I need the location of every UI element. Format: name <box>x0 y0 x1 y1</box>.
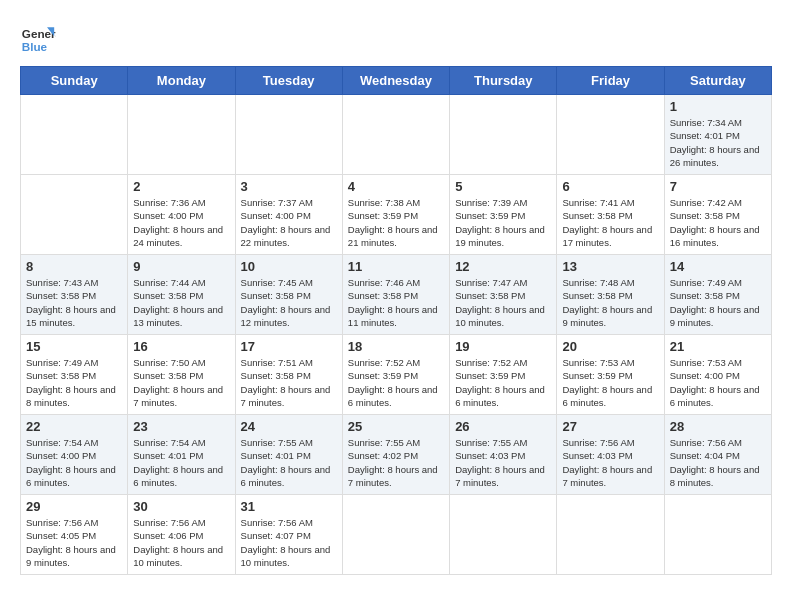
header-friday: Friday <box>557 67 664 95</box>
day-number: 25 <box>348 419 444 434</box>
day-info: Sunrise: 7:49 AMSunset: 3:58 PMDaylight:… <box>670 277 760 328</box>
day-cell-30: 30Sunrise: 7:56 AMSunset: 4:06 PMDayligh… <box>128 495 235 575</box>
day-number: 19 <box>455 339 551 354</box>
day-number: 7 <box>670 179 766 194</box>
day-cell-1: 1Sunrise: 7:34 AMSunset: 4:01 PMDaylight… <box>664 95 771 175</box>
header-monday: Monday <box>128 67 235 95</box>
day-info: Sunrise: 7:47 AMSunset: 3:58 PMDaylight:… <box>455 277 545 328</box>
day-number: 1 <box>670 99 766 114</box>
day-info: Sunrise: 7:41 AMSunset: 3:58 PMDaylight:… <box>562 197 652 248</box>
day-cell-6: 6Sunrise: 7:41 AMSunset: 3:58 PMDaylight… <box>557 175 664 255</box>
day-cell-22: 22Sunrise: 7:54 AMSunset: 4:00 PMDayligh… <box>21 415 128 495</box>
day-info: Sunrise: 7:42 AMSunset: 3:58 PMDaylight:… <box>670 197 760 248</box>
day-info: Sunrise: 7:55 AMSunset: 4:01 PMDaylight:… <box>241 437 331 488</box>
day-number: 5 <box>455 179 551 194</box>
day-info: Sunrise: 7:48 AMSunset: 3:58 PMDaylight:… <box>562 277 652 328</box>
day-cell-21: 21Sunrise: 7:53 AMSunset: 4:00 PMDayligh… <box>664 335 771 415</box>
day-number: 23 <box>133 419 229 434</box>
week-row-5: 22Sunrise: 7:54 AMSunset: 4:00 PMDayligh… <box>21 415 772 495</box>
header-sunday: Sunday <box>21 67 128 95</box>
empty-cell <box>664 495 771 575</box>
day-cell-9: 9Sunrise: 7:44 AMSunset: 3:58 PMDaylight… <box>128 255 235 335</box>
day-cell-14: 14Sunrise: 7:49 AMSunset: 3:58 PMDayligh… <box>664 255 771 335</box>
header-saturday: Saturday <box>664 67 771 95</box>
empty-cell <box>557 495 664 575</box>
page-header: General Blue <box>20 20 772 56</box>
empty-cell <box>342 95 449 175</box>
day-info: Sunrise: 7:49 AMSunset: 3:58 PMDaylight:… <box>26 357 116 408</box>
empty-cell <box>21 95 128 175</box>
day-number: 17 <box>241 339 337 354</box>
day-info: Sunrise: 7:38 AMSunset: 3:59 PMDaylight:… <box>348 197 438 248</box>
day-number: 3 <box>241 179 337 194</box>
empty-cell <box>128 95 235 175</box>
day-info: Sunrise: 7:53 AMSunset: 4:00 PMDaylight:… <box>670 357 760 408</box>
day-cell-8: 8Sunrise: 7:43 AMSunset: 3:58 PMDaylight… <box>21 255 128 335</box>
day-number: 6 <box>562 179 658 194</box>
day-cell-7: 7Sunrise: 7:42 AMSunset: 3:58 PMDaylight… <box>664 175 771 255</box>
day-cell-16: 16Sunrise: 7:50 AMSunset: 3:58 PMDayligh… <box>128 335 235 415</box>
header-wednesday: Wednesday <box>342 67 449 95</box>
day-info: Sunrise: 7:44 AMSunset: 3:58 PMDaylight:… <box>133 277 223 328</box>
day-cell-25: 25Sunrise: 7:55 AMSunset: 4:02 PMDayligh… <box>342 415 449 495</box>
day-info: Sunrise: 7:54 AMSunset: 4:01 PMDaylight:… <box>133 437 223 488</box>
day-number: 22 <box>26 419 122 434</box>
calendar-table: SundayMondayTuesdayWednesdayThursdayFrid… <box>20 66 772 575</box>
day-info: Sunrise: 7:45 AMSunset: 3:58 PMDaylight:… <box>241 277 331 328</box>
day-info: Sunrise: 7:37 AMSunset: 4:00 PMDaylight:… <box>241 197 331 248</box>
day-cell-2: 2Sunrise: 7:36 AMSunset: 4:00 PMDaylight… <box>128 175 235 255</box>
logo-icon: General Blue <box>20 20 56 56</box>
day-cell-19: 19Sunrise: 7:52 AMSunset: 3:59 PMDayligh… <box>450 335 557 415</box>
logo: General Blue <box>20 20 56 56</box>
day-cell-4: 4Sunrise: 7:38 AMSunset: 3:59 PMDaylight… <box>342 175 449 255</box>
day-number: 30 <box>133 499 229 514</box>
day-cell-27: 27Sunrise: 7:56 AMSunset: 4:03 PMDayligh… <box>557 415 664 495</box>
header-tuesday: Tuesday <box>235 67 342 95</box>
day-info: Sunrise: 7:56 AMSunset: 4:06 PMDaylight:… <box>133 517 223 568</box>
empty-cell <box>450 95 557 175</box>
header-thursday: Thursday <box>450 67 557 95</box>
day-info: Sunrise: 7:56 AMSunset: 4:05 PMDaylight:… <box>26 517 116 568</box>
day-cell-3: 3Sunrise: 7:37 AMSunset: 4:00 PMDaylight… <box>235 175 342 255</box>
day-cell-11: 11Sunrise: 7:46 AMSunset: 3:58 PMDayligh… <box>342 255 449 335</box>
day-number: 12 <box>455 259 551 274</box>
day-cell-17: 17Sunrise: 7:51 AMSunset: 3:58 PMDayligh… <box>235 335 342 415</box>
day-info: Sunrise: 7:55 AMSunset: 4:02 PMDaylight:… <box>348 437 438 488</box>
day-number: 2 <box>133 179 229 194</box>
day-cell-31: 31Sunrise: 7:56 AMSunset: 4:07 PMDayligh… <box>235 495 342 575</box>
day-cell-18: 18Sunrise: 7:52 AMSunset: 3:59 PMDayligh… <box>342 335 449 415</box>
day-number: 4 <box>348 179 444 194</box>
day-info: Sunrise: 7:34 AMSunset: 4:01 PMDaylight:… <box>670 117 760 168</box>
day-info: Sunrise: 7:53 AMSunset: 3:59 PMDaylight:… <box>562 357 652 408</box>
empty-cell <box>21 175 128 255</box>
day-cell-20: 20Sunrise: 7:53 AMSunset: 3:59 PMDayligh… <box>557 335 664 415</box>
day-cell-13: 13Sunrise: 7:48 AMSunset: 3:58 PMDayligh… <box>557 255 664 335</box>
day-number: 11 <box>348 259 444 274</box>
day-info: Sunrise: 7:46 AMSunset: 3:58 PMDaylight:… <box>348 277 438 328</box>
day-number: 20 <box>562 339 658 354</box>
day-info: Sunrise: 7:55 AMSunset: 4:03 PMDaylight:… <box>455 437 545 488</box>
day-info: Sunrise: 7:51 AMSunset: 3:58 PMDaylight:… <box>241 357 331 408</box>
day-info: Sunrise: 7:36 AMSunset: 4:00 PMDaylight:… <box>133 197 223 248</box>
day-info: Sunrise: 7:39 AMSunset: 3:59 PMDaylight:… <box>455 197 545 248</box>
day-info: Sunrise: 7:52 AMSunset: 3:59 PMDaylight:… <box>455 357 545 408</box>
day-number: 13 <box>562 259 658 274</box>
day-cell-26: 26Sunrise: 7:55 AMSunset: 4:03 PMDayligh… <box>450 415 557 495</box>
svg-text:Blue: Blue <box>22 40 48 53</box>
day-number: 14 <box>670 259 766 274</box>
day-number: 29 <box>26 499 122 514</box>
day-cell-29: 29Sunrise: 7:56 AMSunset: 4:05 PMDayligh… <box>21 495 128 575</box>
day-cell-5: 5Sunrise: 7:39 AMSunset: 3:59 PMDaylight… <box>450 175 557 255</box>
day-cell-23: 23Sunrise: 7:54 AMSunset: 4:01 PMDayligh… <box>128 415 235 495</box>
day-number: 15 <box>26 339 122 354</box>
empty-cell <box>342 495 449 575</box>
day-cell-28: 28Sunrise: 7:56 AMSunset: 4:04 PMDayligh… <box>664 415 771 495</box>
day-number: 18 <box>348 339 444 354</box>
empty-cell <box>235 95 342 175</box>
day-info: Sunrise: 7:52 AMSunset: 3:59 PMDaylight:… <box>348 357 438 408</box>
week-row-1: 1Sunrise: 7:34 AMSunset: 4:01 PMDaylight… <box>21 95 772 175</box>
day-cell-12: 12Sunrise: 7:47 AMSunset: 3:58 PMDayligh… <box>450 255 557 335</box>
day-number: 8 <box>26 259 122 274</box>
day-info: Sunrise: 7:43 AMSunset: 3:58 PMDaylight:… <box>26 277 116 328</box>
week-row-2: 2Sunrise: 7:36 AMSunset: 4:00 PMDaylight… <box>21 175 772 255</box>
